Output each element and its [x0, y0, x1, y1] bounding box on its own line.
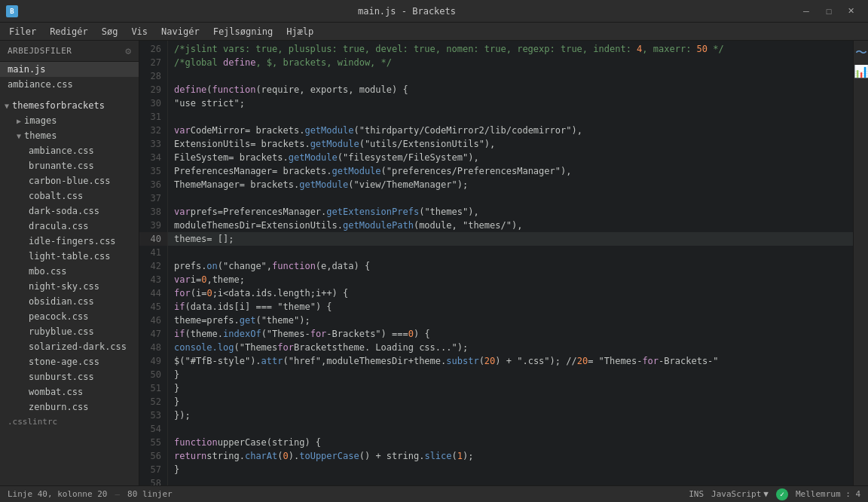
code-line-46[interactable]: theme = prefs.get("theme");: [168, 314, 853, 327]
line-num-53: 53: [139, 409, 167, 422]
theme-file-dracula-css[interactable]: dracula.css: [24, 219, 139, 234]
line-num-57: 57: [139, 463, 167, 476]
code-line-30[interactable]: "use strict";: [168, 96, 853, 110]
menu-item-redigér[interactable]: Redigér: [44, 25, 94, 38]
subfolder-themes[interactable]: ▼ themes: [12, 128, 139, 143]
theme-file-night-sky-css[interactable]: night-sky.css: [24, 279, 139, 294]
line-num-30: 30: [139, 96, 167, 110]
code-line-29[interactable]: define(function (require, exports, modul…: [168, 83, 853, 96]
code-line-42[interactable]: prefs.on("change", function (e, data) {: [168, 259, 853, 273]
code-line-39[interactable]: moduleThemesDir = ExtensionUtils.getModu…: [168, 219, 853, 232]
theme-file-idle-fingers-css[interactable]: idle-fingers.css: [24, 234, 139, 249]
subfolder-themes-label: themes: [24, 130, 57, 141]
line-num-51: 51: [139, 381, 167, 395]
gear-icon[interactable]: ⚙: [125, 45, 131, 57]
minimap-icon[interactable]: 〜: [855, 47, 867, 59]
menu-item-vis[interactable]: Vis: [125, 25, 154, 38]
menu-item-fejlsøgning[interactable]: Fejlsøgning: [207, 25, 279, 38]
main-layout: Arbejdsfiler ⚙ main.js ambiance.css ▼ th…: [0, 41, 868, 485]
file-item-mainjs[interactable]: main.js: [0, 62, 139, 77]
line-num-49: 49: [139, 354, 167, 368]
code-line-56[interactable]: return string.charAt(0).toUpperCase() + …: [168, 449, 853, 463]
title-bar: B main.js - Brackets ─ □ ✕: [0, 0, 868, 23]
code-line-55[interactable]: function upperCase(string) {: [168, 436, 853, 449]
code-line-54[interactable]: [168, 422, 853, 436]
theme-file-zenburn-css[interactable]: zenburn.css: [24, 399, 139, 415]
menu-item-filer[interactable]: Filer: [3, 25, 42, 38]
theme-file-brunante-css[interactable]: brunante.css: [24, 158, 139, 173]
status-right: INS JavaScript ▼ ✓ Mellemrum : 4: [689, 488, 860, 500]
theme-file-rubyblue-css[interactable]: rubyblue.css: [24, 324, 139, 339]
code-line-57[interactable]: }: [168, 463, 853, 476]
code-line-44[interactable]: for (i = 0; i < data.ids.length; i++) {: [168, 286, 853, 300]
code-line-43[interactable]: var i = 0, theme;: [168, 273, 853, 286]
file-item-ambiance[interactable]: ambiance.css: [0, 77, 139, 92]
theme-file-mbo-css[interactable]: mbo.css: [24, 264, 139, 279]
line-num-38: 38: [139, 205, 167, 219]
code-line-37[interactable]: [168, 191, 853, 205]
theme-file-stone-age-css[interactable]: stone-age.css: [24, 354, 139, 369]
linter-icon[interactable]: 📊: [855, 65, 867, 77]
sidebar-title: Arbejdsfiler: [8, 46, 72, 56]
theme-file-carbon-blue-css[interactable]: carbon-blue.css: [24, 173, 139, 188]
minimize-button[interactable]: ─: [796, 4, 817, 19]
code-line-35[interactable]: PreferencesManager = brackets.getModule(…: [168, 164, 853, 178]
folder-arrow-images-icon: ▶: [17, 117, 21, 125]
menu-item-navigér[interactable]: Navigér: [155, 25, 206, 38]
app-icon: B: [6, 5, 18, 17]
folder-themesforbrackets[interactable]: ▼ themesforbrackets: [0, 98, 139, 113]
folder-name-themesforbrackets: themesforbrackets: [12, 100, 105, 111]
editor-area: 2627282930313233343536373839404142434445…: [139, 41, 853, 485]
theme-file-sunburst-css[interactable]: sunburst.css: [24, 369, 139, 384]
line-num-39: 39: [139, 219, 167, 232]
code-line-49[interactable]: $("#TfB-style").attr("href", moduleTheme…: [168, 354, 853, 368]
maximize-button[interactable]: □: [818, 4, 839, 19]
language-selector[interactable]: JavaScript ▼: [711, 489, 769, 499]
code-editor: 2627282930313233343536373839404142434445…: [139, 41, 853, 485]
code-line-48[interactable]: console.log("Themes for Brackets theme. …: [168, 341, 853, 354]
theme-file-peacock-css[interactable]: peacock.css: [24, 309, 139, 324]
code-line-47[interactable]: if (theme.indexOf("Themes-for-Brackets")…: [168, 327, 853, 341]
file-csslintrc[interactable]: .csslintrc: [0, 415, 139, 429]
code-content[interactable]: /*jslint vars: true, plusplus: true, dev…: [168, 41, 853, 485]
sidebar: Arbejdsfiler ⚙ main.js ambiance.css ▼ th…: [0, 41, 139, 485]
theme-file-obsidian-css[interactable]: obsidian.css: [24, 294, 139, 309]
code-line-51[interactable]: }: [168, 381, 853, 395]
theme-file-dark-soda-css[interactable]: dark-soda.css: [24, 204, 139, 219]
theme-file-ambiance-css[interactable]: ambiance.css: [24, 143, 139, 158]
line-num-46: 46: [139, 314, 167, 327]
line-num-37: 37: [139, 191, 167, 205]
folder-arrow-icon: ▼: [5, 102, 9, 110]
theme-file-cobalt-css[interactable]: cobalt.css: [24, 188, 139, 204]
line-num-40: 40: [139, 232, 167, 246]
code-line-50[interactable]: }: [168, 368, 853, 381]
code-line-45[interactable]: if (data.ids[i] === "theme") {: [168, 300, 853, 314]
code-line-58[interactable]: [168, 476, 853, 485]
code-line-34[interactable]: FileSystem = brackets.getModule("filesys…: [168, 151, 853, 164]
code-line-53[interactable]: });: [168, 409, 853, 422]
menu-item-hjælp[interactable]: Hjælp: [280, 25, 319, 38]
subfolder-images-label: images: [24, 115, 57, 126]
code-line-28[interactable]: [168, 69, 853, 83]
code-line-36[interactable]: ThemeManager = brackets.getModule("view/…: [168, 178, 853, 191]
code-line-26[interactable]: /*jslint vars: true, plusplus: true, dev…: [168, 42, 853, 56]
line-num-45: 45: [139, 300, 167, 314]
code-line-38[interactable]: var prefs = PreferencesManager.getExtens…: [168, 205, 853, 219]
line-num-55: 55: [139, 436, 167, 449]
sidebar-files[interactable]: main.js ambiance.css ▼ themesforbrackets…: [0, 62, 139, 485]
right-panel: 〜 📊: [853, 41, 868, 485]
code-line-33[interactable]: ExtensionUtils = brackets.getModule("uti…: [168, 137, 853, 151]
close-button[interactable]: ✕: [841, 4, 862, 19]
subfolder-images[interactable]: ▶ images: [12, 113, 139, 128]
theme-file-solarized-dark-css[interactable]: solarized-dark.css: [24, 339, 139, 354]
code-line-41[interactable]: [168, 246, 853, 259]
code-line-27[interactable]: /*global define, $, brackets, window, */: [168, 56, 853, 69]
menu-item-søg[interactable]: Søg: [96, 25, 124, 38]
code-line-52[interactable]: }: [168, 395, 853, 409]
code-line-31[interactable]: [168, 110, 853, 124]
code-line-40[interactable]: themes = [];: [168, 232, 853, 246]
theme-file-light-table-css[interactable]: light-table.css: [24, 249, 139, 264]
theme-file-wombat-css[interactable]: wombat.css: [24, 384, 139, 399]
status-bar: Linje 40, kolonne 20 — 80 linjer INS Jav…: [0, 485, 868, 502]
code-line-32[interactable]: var CodeMirror = brackets.getModule("thi…: [168, 124, 853, 137]
